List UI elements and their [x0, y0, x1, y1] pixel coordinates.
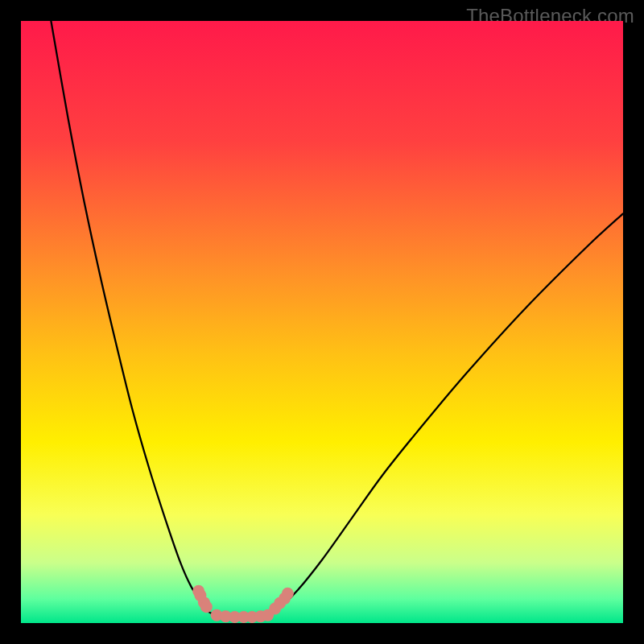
chart-frame: TheBottleneck.com [0, 0, 644, 644]
floor-markers-point [262, 609, 274, 621]
chart-plot-area [21, 21, 623, 623]
right-marker-cluster-point [282, 588, 294, 600]
chart-svg [21, 21, 623, 623]
left-marker-cluster-point [200, 601, 213, 613]
